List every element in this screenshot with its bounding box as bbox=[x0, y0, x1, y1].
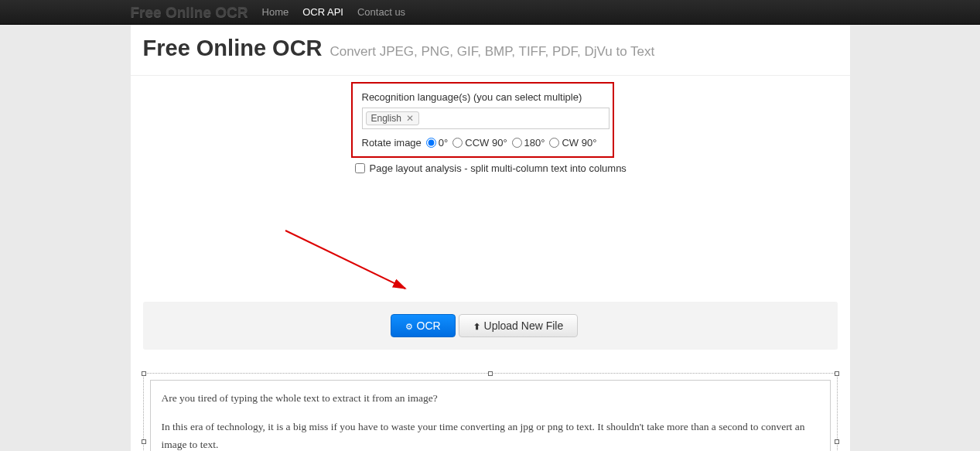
navbar: Free Online OCR Home OCR API Contact us bbox=[0, 0, 980, 25]
preview-line: In this era of technology, it is a big m… bbox=[162, 419, 819, 451]
resize-handle[interactable] bbox=[142, 439, 146, 444]
rotate-0[interactable]: 0° bbox=[426, 137, 448, 149]
preview-line: Are you tired of typing the whole text t… bbox=[162, 390, 819, 408]
preview-content: Are you tired of typing the whole text t… bbox=[150, 380, 831, 451]
gear-icon bbox=[405, 319, 413, 332]
button-bar: OCR Upload New File bbox=[143, 302, 838, 350]
language-tag[interactable]: English ✕ bbox=[366, 111, 420, 125]
layout-checkbox[interactable] bbox=[355, 163, 365, 173]
rotate-180[interactable]: 180° bbox=[512, 137, 545, 149]
resize-handle[interactable] bbox=[488, 371, 493, 376]
upload-icon bbox=[473, 319, 480, 332]
ocr-button[interactable]: OCR bbox=[391, 314, 456, 337]
language-label: Recognition language(s) (you can select … bbox=[362, 91, 603, 103]
page-subtitle: Convert JPEG, PNG, GIF, BMP, TIFF, PDF, … bbox=[330, 44, 654, 59]
layout-checkbox-row[interactable]: Page layout analysis - split multi-colum… bbox=[355, 162, 850, 174]
upload-button[interactable]: Upload New File bbox=[459, 314, 579, 337]
nav-ocr-api[interactable]: OCR API bbox=[302, 6, 343, 18]
language-input[interactable]: English ✕ bbox=[362, 108, 610, 129]
rotate-label: Rotate image bbox=[362, 137, 422, 149]
resize-handle[interactable] bbox=[835, 439, 839, 444]
resize-handle[interactable] bbox=[835, 371, 839, 376]
rotate-ccw90[interactable]: CCW 90° bbox=[452, 137, 507, 149]
remove-language-icon[interactable]: ✕ bbox=[406, 113, 414, 124]
svg-line-0 bbox=[285, 231, 405, 289]
rotate-cw90[interactable]: CW 90° bbox=[549, 137, 596, 149]
page-header: Free Online OCR Convert JPEG, PNG, GIF, … bbox=[131, 25, 850, 76]
main-container: Free Online OCR Convert JPEG, PNG, GIF, … bbox=[131, 25, 850, 451]
settings-box: Recognition language(s) (you can select … bbox=[351, 82, 614, 158]
preview-selection[interactable]: Are you tired of typing the whole text t… bbox=[143, 373, 838, 451]
nav-contact[interactable]: Contact us bbox=[357, 6, 405, 18]
nav-home[interactable]: Home bbox=[262, 6, 289, 18]
page-title: Free Online OCR bbox=[143, 36, 323, 60]
annotation-arrow bbox=[282, 227, 417, 300]
resize-handle[interactable] bbox=[142, 371, 146, 376]
brand[interactable]: Free Online OCR bbox=[131, 4, 248, 21]
rotate-row: Rotate image 0° CCW 90° 180° CW 90° bbox=[362, 137, 603, 149]
